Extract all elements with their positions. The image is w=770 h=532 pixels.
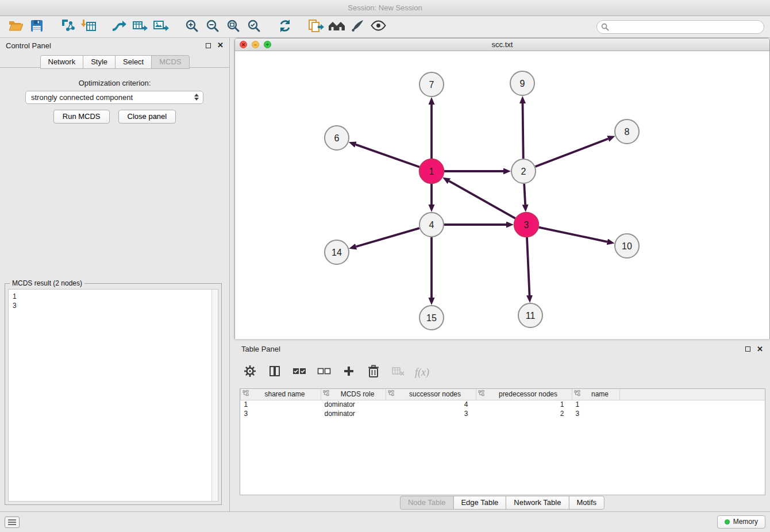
- search-input[interactable]: [596, 20, 764, 34]
- zoom-selected-button[interactable]: [244, 18, 264, 36]
- show-hide-graphics-button[interactable]: [368, 18, 388, 36]
- import-network-button[interactable]: [57, 18, 78, 36]
- network-window-title: scc.txt: [235, 40, 769, 49]
- zoom-in-icon: [185, 19, 199, 35]
- table-arrow-icon: [132, 20, 148, 34]
- float-table-panel-icon[interactable]: [745, 346, 750, 352]
- node-10[interactable]: 10: [615, 234, 639, 258]
- edge-2-9[interactable]: [523, 103, 523, 159]
- new-network-button[interactable]: [109, 18, 130, 36]
- column-header-predecessor-nodes[interactable]: predecessor nodes: [476, 389, 572, 400]
- run-mcds-button[interactable]: Run MCDS: [53, 110, 110, 124]
- table-tab-edge-table[interactable]: Edge Table: [453, 496, 506, 510]
- save-session-button[interactable]: [26, 18, 47, 36]
- network-from-table-button[interactable]: [130, 18, 151, 36]
- zoom-in-button[interactable]: [182, 18, 202, 36]
- trash-icon: [368, 365, 379, 380]
- table-panel-title: Table Panel: [241, 345, 280, 353]
- select-all-button[interactable]: [289, 363, 310, 381]
- node-11[interactable]: 11: [518, 303, 542, 327]
- select-columns-button[interactable]: [264, 363, 285, 381]
- result-scrollbar[interactable]: [211, 290, 218, 501]
- table-panel: Table Panel ✕: [234, 342, 770, 511]
- import-table-button[interactable]: [78, 18, 99, 36]
- zoom-selected-icon: [247, 19, 261, 35]
- minimize-window-icon[interactable]: −: [252, 41, 259, 48]
- task-history-button[interactable]: [5, 516, 20, 528]
- tab-mcds[interactable]: MCDS: [151, 55, 189, 69]
- tab-style[interactable]: Style: [83, 55, 116, 69]
- network-view[interactable]: 7968124314101511: [235, 51, 769, 339]
- refresh-icon: [278, 19, 292, 35]
- node-14[interactable]: 14: [325, 240, 349, 264]
- tab-select[interactable]: Select: [115, 55, 152, 69]
- search-icon: [601, 23, 609, 33]
- node-4[interactable]: 4: [419, 213, 444, 237]
- apply-style-button[interactable]: [347, 18, 368, 36]
- node-7[interactable]: 7: [419, 72, 444, 97]
- column-header-mcds-role[interactable]: MCDS role: [321, 389, 386, 400]
- tab-network[interactable]: Network: [40, 55, 83, 69]
- table-body: 1dominator4113dominator323: [241, 400, 765, 418]
- memory-button[interactable]: Memory: [717, 515, 765, 529]
- unselect-all-button[interactable]: [314, 363, 334, 381]
- column-header-shared-name[interactable]: shared name: [241, 389, 321, 400]
- search-field-wrap: [596, 20, 764, 34]
- node-1[interactable]: 1: [419, 159, 444, 183]
- table-tab-node-table[interactable]: Node Table: [400, 496, 454, 510]
- create-column-button[interactable]: [338, 363, 359, 381]
- edge-3-1[interactable]: [449, 181, 515, 218]
- close-panel-icon[interactable]: ✕: [217, 43, 224, 48]
- node-2[interactable]: 2: [511, 159, 536, 183]
- optimization-criterion-label: Optimization criterion:: [0, 79, 229, 87]
- mcds-result-line: 1: [13, 292, 214, 301]
- close-window-icon[interactable]: ✕: [240, 41, 247, 48]
- edge-2-3[interactable]: [524, 184, 525, 205]
- export-image-button[interactable]: [151, 18, 171, 36]
- edge-2-8[interactable]: [536, 139, 609, 167]
- table-tab-motifs[interactable]: Motifs: [568, 496, 605, 510]
- first-neighbors-button[interactable]: [326, 18, 347, 36]
- table-tab-network-table[interactable]: Network Table: [506, 496, 569, 510]
- network-window-titlebar: scc.txt ✕ − +: [235, 38, 769, 51]
- list-icon: [8, 517, 16, 527]
- gear-icon: [244, 365, 256, 380]
- table-row[interactable]: 1dominator411: [241, 400, 765, 409]
- zoom-out-button[interactable]: [202, 18, 223, 36]
- paintbrush-icon: [351, 19, 364, 35]
- status-bar: Memory: [0, 511, 770, 532]
- column-header-name[interactable]: name: [572, 389, 620, 400]
- node-6[interactable]: 6: [325, 126, 349, 150]
- node-3[interactable]: 3: [514, 213, 538, 237]
- delete-column-button[interactable]: [363, 363, 384, 381]
- close-panel-button[interactable]: Close panel: [118, 110, 176, 124]
- edge-3-10[interactable]: [539, 228, 607, 242]
- table-delete-disabled-icon: [392, 367, 405, 379]
- maximize-window-icon[interactable]: +: [264, 41, 271, 48]
- edge-1-6[interactable]: [356, 145, 419, 167]
- table-settings-button[interactable]: [240, 363, 260, 381]
- criterion-dropdown[interactable]: strongly connected component: [25, 91, 203, 104]
- dropdown-stepper-icon: [194, 94, 199, 101]
- apply-layout-button[interactable]: [275, 18, 295, 36]
- node-9[interactable]: 9: [510, 71, 534, 95]
- node-8[interactable]: 8: [615, 119, 639, 144]
- svg-text:2: 2: [521, 167, 526, 176]
- mcds-result-line: 3: [13, 301, 214, 310]
- edge-4-14[interactable]: [356, 228, 419, 246]
- edge-3-11[interactable]: [527, 237, 530, 295]
- zoom-fit-button[interactable]: [223, 18, 244, 36]
- table-header-row: shared nameMCDS rolesuccessor nodesprede…: [241, 389, 765, 400]
- table-row[interactable]: 3dominator323: [241, 409, 765, 418]
- close-table-panel-icon[interactable]: ✕: [757, 346, 763, 352]
- columns-icon: [269, 365, 280, 379]
- table-toolbar: f(x): [240, 361, 429, 384]
- node-15[interactable]: 15: [419, 306, 444, 330]
- network-window: scc.txt ✕ − + 7968124314101511: [234, 38, 770, 339]
- copy-network-button[interactable]: [306, 18, 326, 36]
- open-session-button[interactable]: [6, 18, 26, 36]
- table-tabs: Node TableEdge TableNetwork TableMotifs: [400, 496, 605, 510]
- svg-text:10: 10: [622, 241, 632, 251]
- float-panel-icon[interactable]: [206, 43, 211, 48]
- column-header-successor-nodes[interactable]: successor nodes: [386, 389, 476, 400]
